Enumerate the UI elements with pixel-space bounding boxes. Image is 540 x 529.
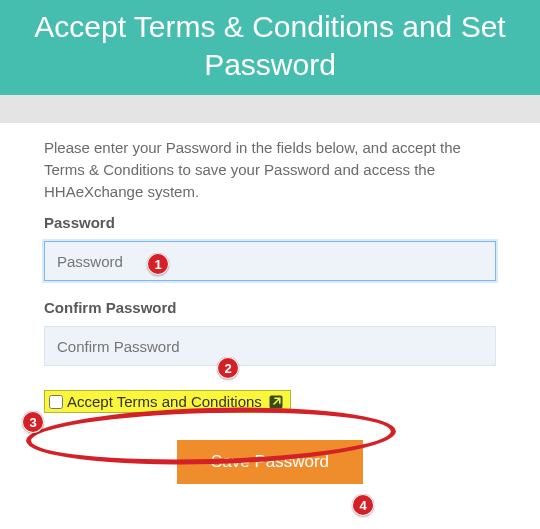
terms-highlight: Accept Terms and Conditions [44,390,291,413]
terms-row: Accept Terms and Conditions [44,388,496,420]
password-field-wrap [44,241,496,281]
confirm-password-field-wrap [44,326,496,366]
callout-badge-2: 2 [217,357,239,379]
callout-badge-4: 4 [352,494,374,516]
button-row: Save Password [44,440,496,484]
terms-checkbox[interactable] [49,395,63,409]
password-label: Password [44,214,496,231]
header-divider [0,95,540,123]
confirm-password-label: Confirm Password [44,299,496,316]
content-area: Please enter your Password in the fields… [0,123,540,484]
password-input[interactable] [44,241,496,281]
page-header: Accept Terms & Conditions and Set Passwo… [0,0,540,95]
page-title: Accept Terms & Conditions and Set Passwo… [24,8,516,83]
callout-badge-3: 3 [22,411,44,433]
intro-text: Please enter your Password in the fields… [44,137,496,202]
save-password-button[interactable]: Save Password [177,440,363,484]
callout-badge-1: 1 [147,253,169,275]
confirm-password-input[interactable] [44,326,496,366]
terms-checkbox-label: Accept Terms and Conditions [67,393,262,410]
external-link-icon[interactable] [268,394,284,410]
